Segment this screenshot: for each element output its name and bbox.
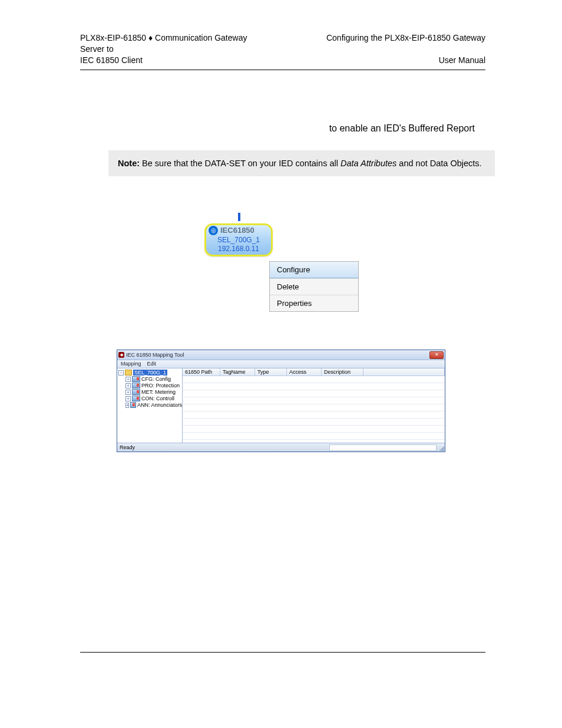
tree-item-label: ANN: Annunciators xyxy=(137,402,182,408)
tree-item-ann[interactable]: + ANN: Annunciators xyxy=(118,402,182,409)
col-access[interactable]: Access xyxy=(287,368,322,375)
note-text-b: and not Data Objects. xyxy=(396,159,481,168)
grid-row[interactable] xyxy=(183,383,445,390)
grid-rows xyxy=(183,376,445,447)
tree-item-label: PRO: Protection xyxy=(141,383,180,388)
context-menu-configure[interactable]: Configure xyxy=(270,262,358,278)
resize-grip-icon[interactable] xyxy=(438,445,444,451)
footer-divider xyxy=(80,652,485,653)
device-folder-icon xyxy=(132,383,140,388)
grid-row[interactable] xyxy=(183,390,445,397)
grid-panel: 61850 Path TagName Type Access Descripti… xyxy=(183,368,445,443)
text-caret-icon xyxy=(238,213,240,221)
tree-item-met[interactable]: + MET: Metering xyxy=(118,389,182,396)
note-box: Note: Be sure that the DATA-SET on your … xyxy=(108,150,495,176)
tree-item-label: CON: Controll xyxy=(141,396,174,401)
window-titlebar[interactable]: ◆ IEC 61850 Mapping Tool ✕ xyxy=(117,350,445,360)
header-line3: IEC 61850 Client xyxy=(80,55,247,66)
tree-expand-icon[interactable]: + xyxy=(125,396,131,401)
menu-edit[interactable]: Edit xyxy=(147,361,157,367)
header-divider xyxy=(80,70,485,70)
ied-node-ip: 192.168.0.11 xyxy=(206,245,271,255)
page-header: PLX8x-EIP-61850 ♦ Communication Gateway … xyxy=(80,32,485,66)
tree-expand-icon[interactable]: + xyxy=(125,377,131,382)
status-well xyxy=(329,444,437,451)
section-heading: to enable an IED's Buffered Report xyxy=(80,123,485,134)
col-tagname[interactable]: TagName xyxy=(220,368,255,375)
figure-ied-context-menu: ◎ IEC61850 SEL_700G_1 192.168.0.11 Confi… xyxy=(204,213,358,319)
status-bar: Ready xyxy=(117,443,445,452)
tree-item-label: CFG: Config xyxy=(141,376,171,382)
tree-expand-icon[interactable]: + xyxy=(125,383,131,388)
device-folder-icon xyxy=(132,389,140,395)
grid-row[interactable] xyxy=(183,376,445,383)
grid-row[interactable] xyxy=(183,433,445,440)
mapping-tool-window: ◆ IEC 61850 Mapping Tool ✕ Mapping Edit … xyxy=(117,350,445,452)
diamond-sep: ♦ xyxy=(148,33,153,42)
col-type[interactable]: Type xyxy=(255,368,287,375)
grid-row[interactable] xyxy=(183,404,445,411)
header-product: PLX8x-EIP-61850 xyxy=(80,33,146,42)
ied-protocol-icon: ◎ xyxy=(209,226,218,235)
tree-collapse-icon[interactable]: − xyxy=(118,370,124,375)
status-text: Ready xyxy=(120,444,135,450)
device-folder-icon xyxy=(130,402,136,408)
ied-node-title: IEC61850 xyxy=(220,226,254,235)
device-folder-icon xyxy=(132,396,140,401)
app-icon: ◆ xyxy=(118,352,124,358)
tree-panel: − SEL_700G_1 + CFG: Config + PRO: Protec… xyxy=(117,368,183,443)
tree-expand-icon[interactable]: + xyxy=(125,403,129,408)
header-line2: Server to xyxy=(80,44,247,55)
header-subtitle: Communication Gateway xyxy=(155,33,247,42)
tree-expand-icon[interactable]: + xyxy=(125,390,131,395)
col-61850-path[interactable]: 61850 Path xyxy=(183,368,220,375)
grid-row[interactable] xyxy=(183,419,445,426)
grid-row[interactable] xyxy=(183,397,445,404)
ied-node-name: SEL_700G_1 xyxy=(206,235,271,245)
col-spacer xyxy=(363,368,445,375)
window-close-button[interactable]: ✕ xyxy=(429,351,444,359)
tree-item-con[interactable]: + CON: Controll xyxy=(118,396,182,402)
grid-row[interactable] xyxy=(183,426,445,433)
context-menu-delete[interactable]: Delete xyxy=(270,278,358,295)
grid-row[interactable] xyxy=(183,411,445,419)
folder-icon xyxy=(125,370,132,375)
grid-header: 61850 Path TagName Type Access Descripti… xyxy=(183,368,445,376)
note-italic: Data Attributes xyxy=(340,159,396,168)
context-menu: Configure Delete Properties xyxy=(269,261,359,312)
context-menu-properties[interactable]: Properties xyxy=(270,295,358,311)
window-title: IEC 61850 Mapping Tool xyxy=(126,352,184,358)
note-label: Note: xyxy=(118,159,140,168)
note-text-a: Be sure that the DATA-SET on your IED co… xyxy=(140,159,340,168)
tree-root-label: SEL_700G_1 xyxy=(133,370,167,375)
header-chapter: Configuring the PLX8x-EIP-61850 Gateway xyxy=(326,32,485,44)
tree-root[interactable]: − SEL_700G_1 xyxy=(118,370,182,376)
tree-item-label: MET: Metering xyxy=(141,389,176,395)
header-doctype: User Manual xyxy=(326,55,485,66)
menu-mapping[interactable]: Mapping xyxy=(121,361,141,367)
device-folder-icon xyxy=(132,376,140,382)
ied-node[interactable]: ◎ IEC61850 SEL_700G_1 192.168.0.11 xyxy=(204,223,273,256)
tree-item-cfg[interactable]: + CFG: Config xyxy=(118,376,182,383)
col-description[interactable]: Description xyxy=(322,368,363,375)
tree-item-pro[interactable]: + PRO: Protection xyxy=(118,383,182,389)
menu-bar: Mapping Edit xyxy=(117,360,445,368)
